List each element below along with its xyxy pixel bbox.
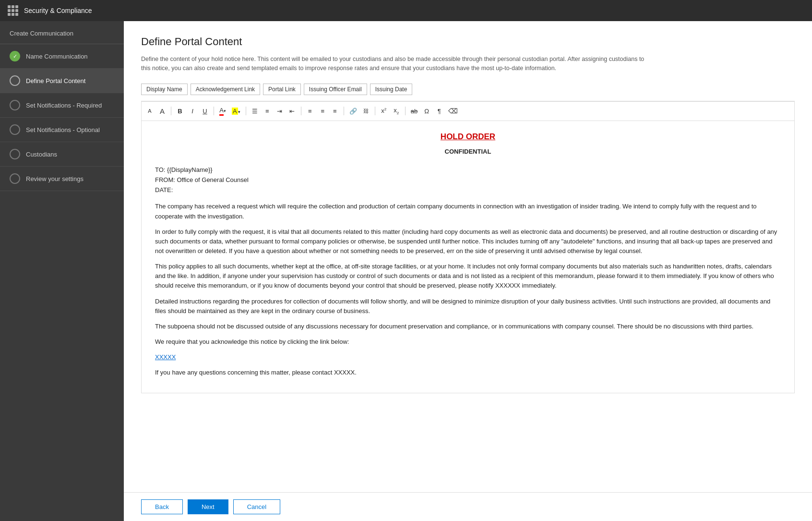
footer: Back Next Cancel [124, 492, 812, 521]
editor-toolbar: A A B I U A▾ A▾ ☰ ≡ ⇥ [142, 102, 794, 121]
sidebar-item-set-notifications-optional[interactable]: Set Notifications - Optional [0, 118, 124, 142]
confidential-label: CONFIDENTIAL [155, 147, 781, 157]
toolbar-font-color[interactable]: A▾ [217, 106, 228, 117]
sidebar-create-label: Create Communication [0, 21, 124, 44]
sidebar-label-name-communication: Name Communication [26, 53, 88, 60]
toolbar-subscript[interactable]: x2 [391, 106, 402, 116]
toolbar-strikethrough[interactable]: ab [409, 107, 419, 116]
sidebar-item-set-notifications-required[interactable]: Set Notifications - Required [0, 93, 124, 118]
body-para-2: In order to fully comply with the reques… [155, 227, 781, 256]
ack-link-text: XXXXX [155, 352, 781, 362]
sidebar-item-define-portal-content[interactable]: Define Portal Content [0, 69, 124, 93]
step-icon-review-settings [10, 173, 20, 184]
token-btn-display-name[interactable]: Display Name [141, 84, 188, 95]
toolbar-font-bg[interactable]: A▾ [230, 107, 242, 116]
toolbar-align-left[interactable]: ≡ [305, 107, 315, 116]
step-icon-set-notifications-required [10, 100, 20, 110]
sidebar-label-custodians: Custodians [26, 151, 57, 158]
toolbar-align-center[interactable]: ≡ [317, 107, 328, 116]
step-icon-set-notifications-optional [10, 124, 20, 135]
step-icon-custodians [10, 149, 20, 159]
toolbar-bullet-list[interactable]: ☰ [250, 107, 260, 116]
body-para-3: This policy applies to all such document… [155, 262, 781, 291]
sidebar-label-review-settings: Review your settings [26, 175, 84, 182]
toolbar-paragraph[interactable]: ¶ [434, 107, 444, 116]
toolbar-unlink[interactable]: ⛓ [361, 107, 371, 115]
hold-order-title: HOLD ORDER [155, 131, 781, 143]
sidebar: Create Communication ✓ Name Communicatio… [0, 21, 124, 521]
acknowledgement-link[interactable]: XXXXX [155, 353, 176, 361]
toolbar-font-larger[interactable]: A [157, 106, 167, 116]
body-para-4: Detailed instructions regarding the proc… [155, 297, 781, 316]
toolbar-special-char[interactable]: Ω [421, 107, 432, 116]
main-content: Define Portal Content Define the content… [124, 21, 812, 521]
step-icon-name-communication: ✓ [10, 51, 20, 61]
sidebar-label-define-portal-content: Define Portal Content [26, 77, 85, 85]
toolbar-link[interactable]: 🔗 [347, 107, 359, 116]
topbar: Security & Compliance [0, 0, 812, 21]
editor-document[interactable]: HOLD ORDER CONFIDENTIAL TO: {{DisplayNam… [142, 121, 794, 393]
toolbar-align-right[interactable]: ≡ [330, 107, 340, 116]
meta-lines: TO: {{DisplayName}} FROM: Office of Gene… [155, 165, 781, 195]
sidebar-label-set-notifications-optional: Set Notifications - Optional [26, 126, 100, 133]
app-menu-icon[interactable] [8, 5, 18, 16]
editor-area: A A B I U A▾ A▾ ☰ ≡ ⇥ [141, 101, 795, 394]
token-btn-acknowledgement-link[interactable]: Acknowledgement Link [191, 84, 260, 95]
page-description: Define the content of your hold notice h… [141, 55, 645, 73]
sidebar-item-name-communication[interactable]: ✓ Name Communication [0, 44, 124, 69]
cancel-button[interactable]: Cancel [233, 499, 280, 514]
final-line: If you have any questions concerning thi… [155, 368, 781, 377]
step-icon-define-portal-content [10, 75, 20, 86]
sidebar-item-review-settings[interactable]: Review your settings [0, 167, 124, 191]
toolbar-clear-format[interactable]: ⌫ [446, 106, 460, 116]
body-para-6: We require that you acknowledge this not… [155, 337, 781, 347]
date-line: DATE: [155, 185, 781, 195]
toolbar-indent-in[interactable]: ⇥ [275, 107, 285, 116]
token-btn-issuing-officer-email[interactable]: Issuing Officer Email [304, 84, 367, 95]
page-title: Define Portal Content [141, 36, 795, 48]
sidebar-item-custodians[interactable]: Custodians [0, 142, 124, 167]
from-line: FROM: Office of General Counsel [155, 175, 781, 185]
back-button[interactable]: Back [141, 499, 183, 514]
toolbar-numbered-list[interactable]: ≡ [262, 107, 273, 116]
to-line: TO: {{DisplayName}} [155, 165, 781, 175]
body-para-1: The company has received a request which… [155, 202, 781, 221]
body-para-5: The subpoena should not be discussed out… [155, 322, 781, 331]
token-btn-portal-link[interactable]: Portal Link [263, 84, 301, 95]
token-bar: Display Name Acknowledgement Link Portal… [141, 84, 795, 101]
toolbar-italic[interactable]: I [187, 107, 198, 116]
app-title: Security & Compliance [24, 7, 92, 14]
next-button[interactable]: Next [188, 499, 228, 514]
toolbar-font-smaller[interactable]: A [144, 107, 155, 115]
toolbar-superscript[interactable]: x2 [379, 106, 389, 115]
toolbar-bold[interactable]: B [175, 107, 185, 116]
toolbar-indent-out[interactable]: ⇤ [287, 107, 298, 116]
sidebar-label-set-notifications-required: Set Notifications - Required [26, 102, 102, 109]
token-btn-issuing-date[interactable]: Issuing Date [370, 84, 413, 95]
toolbar-underline[interactable]: U [200, 107, 210, 116]
